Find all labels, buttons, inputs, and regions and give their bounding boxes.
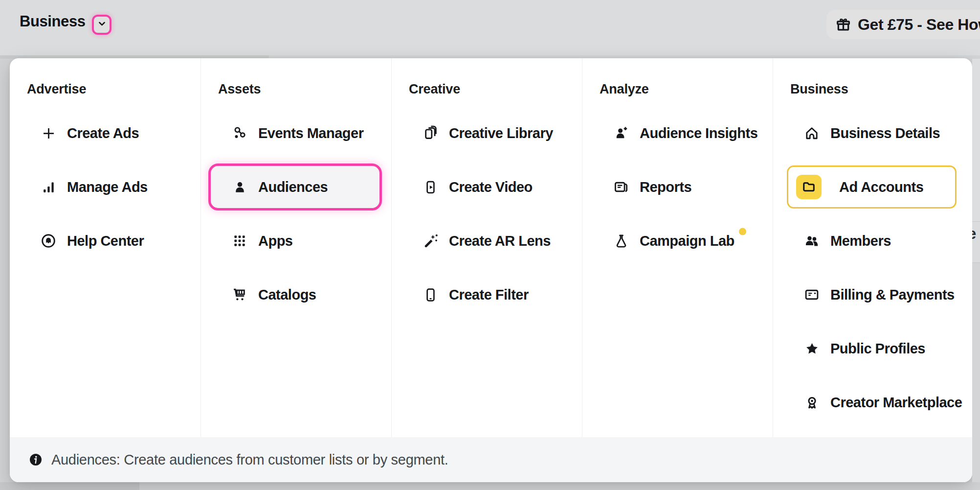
cart-icon xyxy=(231,286,248,303)
screen: e Business Get £75 - See How AdvertiseCr… xyxy=(0,0,980,490)
menu-item-label: Apps xyxy=(258,233,293,249)
info-icon xyxy=(28,452,43,467)
apps-grid-icon xyxy=(231,233,248,249)
menu-item-creator-marketplace[interactable]: Creator Marketplace xyxy=(773,383,972,422)
menu-item-public-profiles[interactable]: Public Profiles xyxy=(773,329,972,368)
menu-item-create-filter[interactable]: Create Filter xyxy=(392,275,582,314)
menu-column-advertise: AdvertiseCreate AdsManage AdsHelp Center xyxy=(10,58,200,437)
menu-item-label: Create Ads xyxy=(67,125,139,141)
promo-label: Get £75 - See How xyxy=(858,16,980,34)
menu-item-audience-insights[interactable]: Audience Insights xyxy=(582,114,773,153)
menu-item-members[interactable]: Members xyxy=(773,221,972,260)
menu-item-label: Catalogs xyxy=(258,287,316,303)
menu-item-label: Public Profiles xyxy=(830,341,925,357)
promo-button[interactable]: Get £75 - See How xyxy=(826,10,980,39)
magic-wand-icon xyxy=(422,233,439,249)
menu-item-label: Billing & Payments xyxy=(830,287,955,303)
menu-item-reports[interactable]: Reports xyxy=(582,167,773,207)
members-icon xyxy=(803,233,820,249)
menu-item-label: Create Filter xyxy=(449,287,529,303)
menu-column-assets: AssetsEvents ManagerAudiencesAppsCatalog… xyxy=(200,58,391,437)
business-menu-label: Business xyxy=(20,13,86,30)
menu-item-help-center[interactable]: Help Center xyxy=(10,221,200,260)
plus-icon xyxy=(40,125,57,141)
menu-item-billing-and-payments[interactable]: Billing & Payments xyxy=(773,275,972,314)
home-icon xyxy=(803,125,820,141)
menu-item-label: Ad Accounts xyxy=(839,179,923,195)
mega-menu-panel: AdvertiseCreate AdsManage AdsHelp Center… xyxy=(10,58,972,482)
menu-item-audiences[interactable]: Audiences xyxy=(201,167,391,207)
menu-item-manage-ads[interactable]: Manage Ads xyxy=(10,167,200,207)
menu-item-label: Campaign Lab xyxy=(640,233,735,249)
menu-item-label: Events Manager xyxy=(258,125,363,141)
events-manager-icon xyxy=(231,125,248,141)
menu-item-catalogs[interactable]: Catalogs xyxy=(201,275,391,314)
page-background-strip xyxy=(0,482,139,490)
menu-column-analyze: AnalyzeAudience InsightsReportsCampaign … xyxy=(582,58,773,437)
page-background-strip xyxy=(139,482,980,490)
menu-column-creative: CreativeCreative LibraryCreate VideoCrea… xyxy=(391,58,582,437)
menu-item-label: Business Details xyxy=(830,125,940,141)
dimmed-page-sliver: e xyxy=(972,59,980,482)
column-title: Analyze xyxy=(600,82,649,97)
person-icon xyxy=(231,179,248,195)
menu-item-label: Reports xyxy=(640,179,691,195)
gift-icon xyxy=(835,17,851,33)
menu-item-create-video[interactable]: Create Video xyxy=(392,167,582,207)
menu-item-label: Creator Marketplace xyxy=(830,395,962,411)
menu-item-label: Audiences xyxy=(258,179,328,195)
notification-dot xyxy=(739,228,746,235)
chevron-down-icon xyxy=(97,19,107,31)
menu-item-label: Creative Library xyxy=(449,125,553,141)
star-icon xyxy=(803,340,820,357)
background-partial-text: e xyxy=(972,225,976,243)
menu-item-create-ads[interactable]: Create Ads xyxy=(10,114,200,153)
menu-item-label: Help Center xyxy=(67,233,144,249)
menu-item-campaign-lab[interactable]: Campaign Lab xyxy=(582,221,773,260)
menu-item-label: Manage Ads xyxy=(67,179,148,195)
menu-item-business-details[interactable]: Business Details xyxy=(773,114,972,153)
billing-card-icon xyxy=(803,286,820,303)
column-title: Advertise xyxy=(27,82,86,97)
menu-tooltip-bar: Audiences: Create audiences from custome… xyxy=(10,437,972,482)
menu-item-description: Audiences: Create audiences from custome… xyxy=(51,452,448,468)
menu-item-label: Create Video xyxy=(449,179,533,195)
menu-item-label: Create AR Lens xyxy=(449,233,551,249)
column-title: Business xyxy=(790,82,848,97)
rosette-badge-icon xyxy=(803,394,820,411)
menu-item-label: Audience Insights xyxy=(640,125,757,141)
person-plus-icon xyxy=(613,125,629,141)
menu-item-create-ar-lens[interactable]: Create AR Lens xyxy=(392,221,582,260)
report-icon xyxy=(613,179,629,195)
menu-item-label: Members xyxy=(830,233,891,249)
menu-column-business: BusinessBusiness DetailsAd AccountsMembe… xyxy=(773,58,972,437)
flask-icon xyxy=(613,233,629,249)
menu-item-apps[interactable]: Apps xyxy=(201,221,391,260)
folder-icon xyxy=(796,175,822,199)
help-center-icon xyxy=(40,233,57,249)
menu-item-ad-accounts[interactable]: Ad Accounts xyxy=(773,167,972,207)
stacked-cards-icon xyxy=(422,125,439,141)
column-title: Creative xyxy=(409,82,460,97)
business-menu-chevron-button[interactable] xyxy=(92,15,111,35)
menu-item-creative-library[interactable]: Creative Library xyxy=(392,114,582,153)
column-title: Assets xyxy=(218,82,261,97)
video-phone-icon xyxy=(422,179,439,195)
bar-chart-icon xyxy=(40,179,57,195)
menu-item-events-manager[interactable]: Events Manager xyxy=(201,114,391,153)
phone-icon xyxy=(422,286,439,303)
